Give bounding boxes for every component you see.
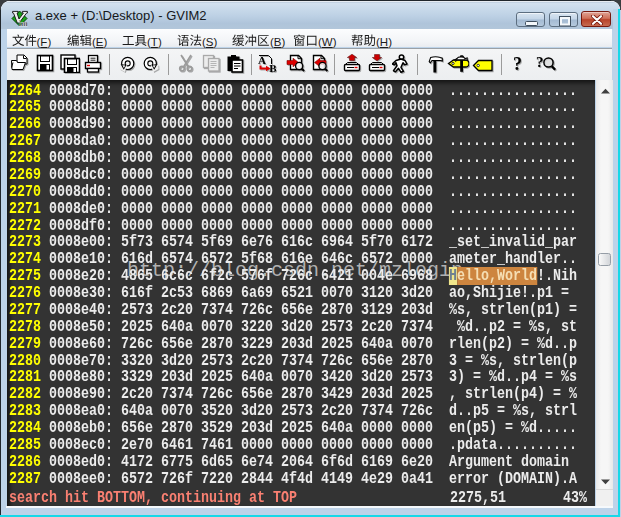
svg-text:A: A [258, 54, 266, 66]
svg-text:im: im [19, 19, 28, 27]
svg-text:B: B [269, 62, 276, 73]
svg-text:?: ? [536, 54, 544, 70]
svg-text:?: ? [513, 54, 522, 73]
